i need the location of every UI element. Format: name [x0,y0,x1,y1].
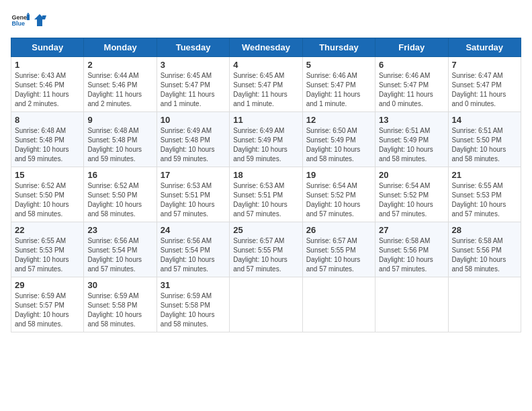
day-info: Sunrise: 6:44 AMSunset: 5:46 PMDaylight:… [87,71,152,109]
calendar-cell: 22Sunrise: 6:55 AMSunset: 5:53 PMDayligh… [11,222,84,277]
calendar-cell: 24Sunrise: 6:56 AMSunset: 5:54 PMDayligh… [157,222,229,277]
day-number: 9 [87,115,152,125]
page-header: General Blue [11,11,521,30]
day-info: Sunrise: 6:50 AMSunset: 5:49 PMDaylight:… [306,126,371,164]
day-info: Sunrise: 6:51 AMSunset: 5:49 PMDaylight:… [379,126,444,164]
calendar-cell: 17Sunrise: 6:53 AMSunset: 5:51 PMDayligh… [157,167,229,222]
calendar-cell: 7Sunrise: 6:47 AMSunset: 5:47 PMDaylight… [448,57,521,112]
day-info: Sunrise: 6:48 AMSunset: 5:48 PMDaylight:… [15,126,80,164]
day-info: Sunrise: 6:58 AMSunset: 5:56 PMDaylight:… [379,236,444,274]
logo-bird-icon [33,13,46,28]
calendar-cell: 1Sunrise: 6:43 AMSunset: 5:46 PMDaylight… [11,57,84,112]
day-number: 1 [15,60,80,70]
day-number: 25 [233,225,298,235]
day-info: Sunrise: 6:54 AMSunset: 5:52 PMDaylight:… [306,181,371,219]
day-info: Sunrise: 6:59 AMSunset: 5:58 PMDaylight:… [87,291,152,329]
day-info: Sunrise: 6:45 AMSunset: 5:47 PMDaylight:… [161,71,226,109]
calendar-cell: 14Sunrise: 6:51 AMSunset: 5:50 PMDayligh… [448,112,521,167]
day-number: 23 [87,225,152,235]
day-info: Sunrise: 6:55 AMSunset: 5:53 PMDaylight:… [15,236,80,274]
calendar-header-row: SundayMondayTuesdayWednesdayThursdayFrid… [11,38,521,57]
logo-wordmark [32,13,47,28]
day-number: 16 [87,170,152,180]
calendar-cell: 30Sunrise: 6:59 AMSunset: 5:58 PMDayligh… [84,277,157,332]
day-number: 7 [452,60,517,70]
weekday-header-sunday: Sunday [11,38,84,57]
calendar-cell: 21Sunrise: 6:55 AMSunset: 5:53 PMDayligh… [448,167,521,222]
day-number: 24 [161,225,226,235]
calendar-week-row: 8Sunrise: 6:48 AMSunset: 5:48 PMDaylight… [11,112,521,167]
calendar-cell: 26Sunrise: 6:57 AMSunset: 5:55 PMDayligh… [302,222,375,277]
calendar-cell [448,277,521,332]
calendar-cell [230,277,302,332]
day-number: 26 [306,225,371,235]
calendar-cell: 9Sunrise: 6:48 AMSunset: 5:48 PMDaylight… [84,112,157,167]
calendar-cell: 5Sunrise: 6:46 AMSunset: 5:47 PMDaylight… [302,57,375,112]
day-number: 21 [452,170,517,180]
day-number: 29 [15,280,80,290]
day-info: Sunrise: 6:51 AMSunset: 5:50 PMDaylight:… [452,126,517,164]
day-info: Sunrise: 6:58 AMSunset: 5:56 PMDaylight:… [452,236,517,274]
svg-text:Blue: Blue [11,20,25,27]
svg-marker-2 [27,15,30,20]
calendar-cell: 10Sunrise: 6:49 AMSunset: 5:48 PMDayligh… [157,112,229,167]
day-number: 4 [233,60,298,70]
calendar-cell: 4Sunrise: 6:45 AMSunset: 5:47 PMDaylight… [230,57,302,112]
logo-icon: General Blue [11,11,30,30]
day-number: 20 [379,170,444,180]
weekday-header-monday: Monday [84,38,157,57]
day-number: 10 [161,115,226,125]
day-info: Sunrise: 6:53 AMSunset: 5:51 PMDaylight:… [161,181,226,219]
day-number: 8 [15,115,80,125]
day-number: 14 [452,115,517,125]
day-info: Sunrise: 6:53 AMSunset: 5:51 PMDaylight:… [233,181,298,219]
day-info: Sunrise: 6:55 AMSunset: 5:53 PMDaylight:… [452,181,517,219]
day-number: 18 [233,170,298,180]
calendar-cell: 18Sunrise: 6:53 AMSunset: 5:51 PMDayligh… [230,167,302,222]
day-number: 11 [233,115,298,125]
calendar-cell: 25Sunrise: 6:57 AMSunset: 5:55 PMDayligh… [230,222,302,277]
calendar-cell: 20Sunrise: 6:54 AMSunset: 5:52 PMDayligh… [375,167,448,222]
calendar-cell: 28Sunrise: 6:58 AMSunset: 5:56 PMDayligh… [448,222,521,277]
calendar-cell: 6Sunrise: 6:46 AMSunset: 5:47 PMDaylight… [375,57,448,112]
weekday-header-saturday: Saturday [448,38,521,57]
day-info: Sunrise: 6:56 AMSunset: 5:54 PMDaylight:… [87,236,152,274]
day-info: Sunrise: 6:46 AMSunset: 5:47 PMDaylight:… [379,71,444,109]
calendar-cell: 27Sunrise: 6:58 AMSunset: 5:56 PMDayligh… [375,222,448,277]
calendar-cell: 19Sunrise: 6:54 AMSunset: 5:52 PMDayligh… [302,167,375,222]
weekday-header-wednesday: Wednesday [230,38,302,57]
calendar-table: SundayMondayTuesdayWednesdayThursdayFrid… [11,38,521,332]
day-number: 2 [87,60,152,70]
day-number: 31 [161,280,226,290]
logo: General Blue [11,11,47,30]
calendar-week-row: 29Sunrise: 6:59 AMSunset: 5:57 PMDayligh… [11,277,521,332]
day-info: Sunrise: 6:43 AMSunset: 5:46 PMDaylight:… [15,71,80,109]
day-number: 30 [87,280,152,290]
day-info: Sunrise: 6:57 AMSunset: 5:55 PMDaylight:… [233,236,298,274]
day-number: 19 [306,170,371,180]
day-info: Sunrise: 6:47 AMSunset: 5:47 PMDaylight:… [452,71,517,109]
day-info: Sunrise: 6:49 AMSunset: 5:48 PMDaylight:… [161,126,226,164]
day-number: 6 [379,60,444,70]
day-info: Sunrise: 6:54 AMSunset: 5:52 PMDaylight:… [379,181,444,219]
day-info: Sunrise: 6:56 AMSunset: 5:54 PMDaylight:… [161,236,226,274]
day-number: 27 [379,225,444,235]
day-number: 12 [306,115,371,125]
day-info: Sunrise: 6:48 AMSunset: 5:48 PMDaylight:… [87,126,152,164]
day-info: Sunrise: 6:59 AMSunset: 5:57 PMDaylight:… [15,291,80,329]
day-info: Sunrise: 6:46 AMSunset: 5:47 PMDaylight:… [306,71,371,109]
day-number: 28 [452,225,517,235]
day-number: 17 [161,170,226,180]
day-number: 13 [379,115,444,125]
day-number: 3 [161,60,226,70]
calendar-cell: 11Sunrise: 6:49 AMSunset: 5:49 PMDayligh… [230,112,302,167]
day-number: 5 [306,60,371,70]
calendar-cell: 15Sunrise: 6:52 AMSunset: 5:50 PMDayligh… [11,167,84,222]
day-number: 15 [15,170,80,180]
calendar-cell: 2Sunrise: 6:44 AMSunset: 5:46 PMDaylight… [84,57,157,112]
calendar-cell [302,277,375,332]
calendar-cell: 12Sunrise: 6:50 AMSunset: 5:49 PMDayligh… [302,112,375,167]
calendar-week-row: 1Sunrise: 6:43 AMSunset: 5:46 PMDaylight… [11,57,521,112]
calendar-cell: 23Sunrise: 6:56 AMSunset: 5:54 PMDayligh… [84,222,157,277]
weekday-header-friday: Friday [375,38,448,57]
